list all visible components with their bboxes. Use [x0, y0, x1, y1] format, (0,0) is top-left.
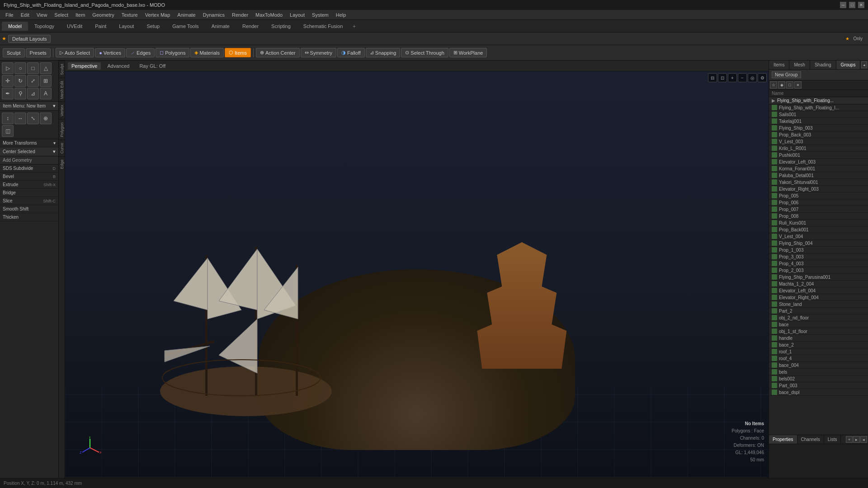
transform-3[interactable]: ⤡ [27, 113, 39, 124]
tool-move[interactable]: ✛ [2, 75, 14, 87]
menu-file[interactable]: File [2, 11, 17, 19]
rfooter-tab-channels[interactable]: Channels [797, 435, 824, 444]
materials-button[interactable]: ◈ Materials [190, 48, 224, 57]
vtab-sculpt[interactable]: Sculpt [59, 61, 65, 78]
scene-item[interactable]: obj_2_nd_floor [769, 314, 868, 321]
scene-item[interactable]: obj_1_st_floor [769, 328, 868, 335]
tab-uvedit[interactable]: UVEdit [61, 22, 89, 31]
transform-1[interactable]: ↕ [2, 113, 14, 124]
scene-item[interactable]: Prop_3_003 [769, 253, 868, 260]
item-menu-chevron[interactable]: ▾ [53, 103, 56, 109]
menu-vertexmap[interactable]: Vertex Map [142, 11, 174, 19]
menu-help[interactable]: Help [332, 11, 350, 19]
menu-layout[interactable]: Layout [286, 11, 308, 19]
rpanel-tab-groups[interactable]: Groups [836, 61, 861, 69]
tab-layout[interactable]: Layout [113, 22, 140, 31]
scene-item[interactable]: Flying_Ship_003 [769, 125, 868, 131]
scene-icon-1[interactable]: ☆ [770, 81, 777, 89]
maximize-button[interactable]: □ [849, 2, 855, 8]
scene-icon-4[interactable]: ≡ [794, 81, 802, 89]
vp-home-button[interactable]: ⊟ [708, 73, 717, 82]
tool-scale[interactable]: ⤢ [27, 75, 39, 87]
collapse-list-button[interactable]: ◂ [860, 436, 867, 443]
tab-scripting[interactable]: Scripting [265, 22, 297, 31]
scene-item[interactable]: Elevator_Right_004 [769, 294, 868, 301]
items-button[interactable]: ⬡ Items [225, 48, 251, 57]
scene-item[interactable]: Takelajj001 [769, 118, 868, 125]
scene-item[interactable]: Ruli_Kurs001 [769, 220, 868, 226]
scene-item[interactable]: bace [769, 321, 868, 328]
auto-select-button[interactable]: ▷ Auto Select [56, 48, 94, 57]
vertices-button[interactable]: ● Vertices [95, 48, 125, 57]
scene-item[interactable]: Paluba_Detal001 [769, 172, 868, 179]
select-through-button[interactable]: ⊙ Select Through [401, 48, 448, 57]
scene-item[interactable]: bace_2 [769, 342, 868, 348]
scene-item[interactable]: bace_dspl [769, 389, 868, 396]
scene-item[interactable]: Prop_Back_003 [769, 131, 868, 138]
transform-5[interactable]: ◫ [2, 125, 14, 137]
scene-item[interactable]: Flying_Ship_004 [769, 240, 868, 247]
scene-item[interactable]: Prop_005 [769, 192, 868, 199]
more-transforms-btn[interactable]: More Transforms ▾ [0, 139, 58, 147]
scene-item[interactable]: Machta_1_2_004 [769, 281, 868, 287]
workplane-button[interactable]: ⊞ WorkPlane [449, 48, 487, 57]
vtab-polygon[interactable]: Polygon [59, 119, 65, 140]
vp-tab-advanced[interactable]: Advanced [104, 62, 133, 70]
menu-maxtomodo[interactable]: MaxToModo [252, 11, 286, 19]
rpanel-tab-mesh[interactable]: Mesh [789, 61, 810, 69]
scene-item[interactable]: Krilo_L_R001 [769, 145, 868, 152]
vtab-curve[interactable]: Curve [59, 140, 65, 156]
menu-animate[interactable]: Animate [174, 11, 199, 19]
tab-render[interactable]: Render [236, 22, 265, 31]
menu-item[interactable]: Item [72, 11, 89, 19]
action-center-button[interactable]: ⊕ Action Center [256, 48, 300, 57]
vp-camera-button[interactable]: ◎ [748, 73, 757, 82]
center-selected-chevron[interactable]: ▾ [53, 149, 56, 155]
scene-icon-3[interactable]: □ [786, 81, 793, 89]
scene-item[interactable]: Elevator_Right_003 [769, 186, 868, 192]
tool-pen[interactable]: ✒ [2, 88, 14, 99]
scene-item[interactable]: Prop_Back001 [769, 226, 868, 233]
tab-model[interactable]: Model [2, 22, 28, 31]
window-controls[interactable]: ─ □ ✕ [840, 2, 864, 8]
scene-item[interactable]: Yakori_Shturval001 [769, 179, 868, 186]
vp-settings-button[interactable]: ⚙ [758, 73, 767, 82]
vp-tab-perspective[interactable]: Perspective [68, 62, 101, 70]
vp-zoom-out-button[interactable]: − [738, 73, 747, 82]
tool-transform[interactable]: ⊞ [40, 75, 52, 87]
scene-item[interactable]: Part_2 [769, 308, 868, 314]
scene-item[interactable]: handle [769, 335, 868, 342]
tab-topology[interactable]: Topology [28, 22, 61, 31]
close-button[interactable]: ✕ [858, 2, 864, 8]
vtab-vertex[interactable]: Vertex [59, 102, 65, 119]
rfooter-tab-lists[interactable]: Lists [824, 435, 841, 444]
add-list-button[interactable]: + [846, 436, 853, 443]
scene-item[interactable]: Stone_land [769, 301, 868, 308]
menu-system[interactable]: System [308, 11, 332, 19]
scene-item[interactable]: Prop_2_003 [769, 267, 868, 274]
transform-2[interactable]: ↔ [14, 113, 26, 124]
tool-rotate[interactable]: ↻ [14, 75, 26, 87]
tool-magnet[interactable]: ⚲ [14, 88, 26, 99]
scene-item[interactable]: bels [769, 369, 868, 375]
scene-item[interactable]: Prop_1_003 [769, 247, 868, 253]
scene-item[interactable]: Prop_4_003 [769, 260, 868, 267]
rpanel-tab-items[interactable]: Items [769, 61, 789, 69]
expand-list-button[interactable]: ▸ [853, 436, 860, 443]
scene-item[interactable]: Pushki001 [769, 152, 868, 159]
tab-setup[interactable]: Setup [140, 22, 166, 31]
scene-item[interactable]: V_Lest_004 [769, 233, 868, 240]
vp-fit-button[interactable]: ⊡ [718, 73, 727, 82]
vtab-mesh-edit[interactable]: Mesh Edit [59, 78, 65, 102]
snapping-button[interactable]: ⊿ Snapping [366, 48, 401, 57]
menu-select[interactable]: Select [51, 11, 72, 19]
tab-paint[interactable]: Paint [89, 22, 113, 31]
smooth-shift-btn[interactable]: Smooth Shift [0, 205, 58, 213]
thicken-btn[interactable]: Thicken [0, 213, 58, 221]
scene-item[interactable]: V_Lest_003 [769, 138, 868, 145]
scene-item[interactable]: roof_1 [769, 348, 868, 355]
tab-schematic[interactable]: Schematic Fusion [297, 22, 349, 31]
tool-triangle[interactable]: △ [40, 62, 52, 74]
new-group-button[interactable]: New Group [772, 71, 801, 78]
transform-4[interactable]: ⊕ [40, 113, 52, 124]
